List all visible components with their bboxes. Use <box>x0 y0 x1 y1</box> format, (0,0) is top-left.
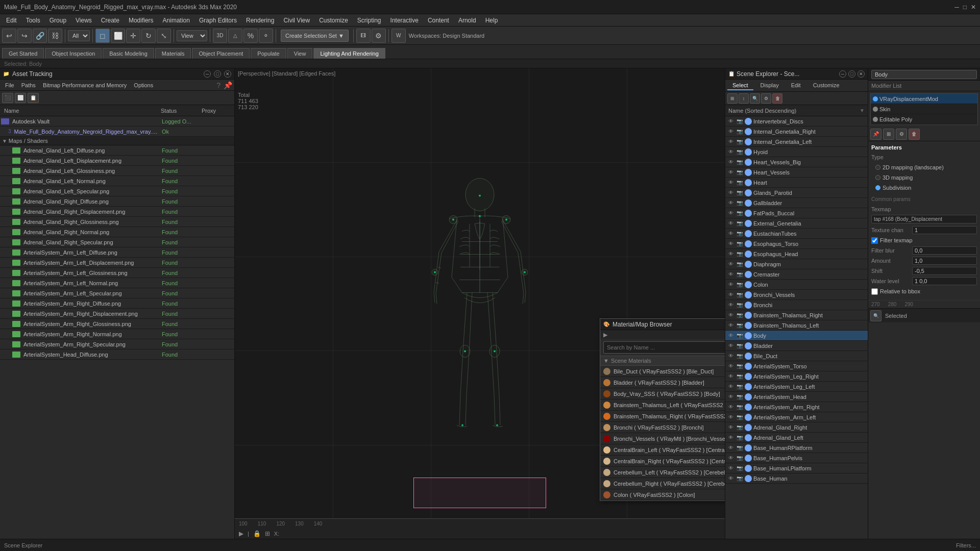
menu-graph-editors[interactable]: Graph Editors <box>195 16 241 25</box>
asset-menu-options[interactable]: Options <box>131 81 156 89</box>
se-maximize-btn[interactable]: □ <box>848 70 855 78</box>
cam-icon[interactable]: 📷 <box>736 220 743 226</box>
se-close-btn[interactable]: ✕ <box>857 70 865 78</box>
list-item[interactable]: Brainstem_Thalamus_Left ( VRayFastSSS2 )… <box>600 399 725 411</box>
list-item[interactable]: Cerebellum_Left ( VRayFastSSS2 ) [Cerebe… <box>600 467 725 478</box>
eye-icon[interactable]: 👁 <box>727 190 734 195</box>
show-all-btn[interactable]: ⊞ <box>883 129 894 140</box>
se-delete-btn[interactable]: 🗑 <box>772 93 782 104</box>
list-item[interactable]: ArterialSystem_Arm_Left_Displacement.png… <box>0 258 234 268</box>
cam-icon[interactable]: 📷 <box>736 129 743 134</box>
cam-icon[interactable]: 📷 <box>736 343 743 348</box>
asset-tb-btn1[interactable]: ⬛ <box>2 93 13 103</box>
list-item[interactable]: Brainstem_Thalamus_Right ( VRayFastSSS2 … <box>600 411 725 422</box>
se-tab-display[interactable]: Display <box>755 81 784 90</box>
list-item[interactable]: Adrenal_Gland_Left_Specular.png Found <box>0 186 234 196</box>
menu-rendering[interactable]: Rendering <box>242 16 278 25</box>
relative-bbox-checkbox[interactable] <box>871 288 878 295</box>
list-item[interactable]: 👁 📷 Diaphragm <box>725 259 868 269</box>
cam-icon[interactable]: 📷 <box>736 190 743 195</box>
mat-search-input[interactable] <box>603 341 725 354</box>
menu-views[interactable]: Views <box>71 16 96 25</box>
cam-icon[interactable]: 📷 <box>736 149 743 155</box>
unlink-btn[interactable]: ⛓ <box>48 29 62 43</box>
asset-close-btn[interactable]: ✕ <box>224 70 231 78</box>
filter-texmap-checkbox[interactable] <box>871 237 878 244</box>
cam-icon[interactable]: 📷 <box>736 200 743 206</box>
se-settings-btn[interactable]: ⚙ <box>761 93 771 104</box>
eye-icon[interactable]: 👁 <box>727 414 734 420</box>
delete-modifier-btn[interactable]: 🗑 <box>909 129 920 140</box>
maximize-btn[interactable]: □ <box>963 4 967 11</box>
eye-icon[interactable]: 👁 <box>727 302 734 308</box>
percent-snap-btn[interactable]: % <box>243 29 258 43</box>
list-item[interactable]: ArterialSystem_Arm_Right_Specular.png Fo… <box>0 339 234 349</box>
cam-icon[interactable]: 📷 <box>736 475 743 481</box>
tab-lighting-rendering[interactable]: Lighting And Rendering <box>313 48 385 59</box>
asset-maximize-btn[interactable]: □ <box>214 70 221 78</box>
se-minimize-btn[interactable]: ─ <box>839 70 846 78</box>
list-item[interactable]: ArterialSystem_Arm_Left_Diffuse.png Foun… <box>0 247 234 258</box>
list-item[interactable]: 👁 📷 Internal_Genetalia_Right <box>725 127 868 137</box>
render-btn[interactable]: ⚙ <box>372 29 386 43</box>
tab-object-inspection[interactable]: Object Inspection <box>45 48 102 59</box>
menu-create[interactable]: Create <box>97 16 124 25</box>
eye-icon[interactable]: 👁 <box>727 455 734 461</box>
menu-customize[interactable]: Customize <box>315 16 352 25</box>
list-item[interactable]: 👁 📷 Heart_Vessels <box>725 167 868 178</box>
list-item[interactable]: 👁 📷 Adrenal_Gland_Right <box>725 422 868 433</box>
list-item[interactable]: ArterialSystem_Arm_Left_Specular.png Fou… <box>0 288 234 298</box>
eye-icon[interactable]: 👁 <box>727 139 734 144</box>
eye-icon[interactable]: 👁 <box>727 169 734 175</box>
cam-icon[interactable]: 📷 <box>736 261 743 267</box>
redo-btn[interactable]: ↪ <box>17 29 32 43</box>
render-setup-btn[interactable]: 🎞 <box>356 29 371 43</box>
list-item[interactable]: Bladder ( VRayFastSSS2 ) [Bladder] <box>600 377 725 388</box>
list-item[interactable]: 👁 📷 External_Genetalia <box>725 218 868 229</box>
list-item[interactable]: 👁 📷 FatPads_Buccal <box>725 208 868 218</box>
asset-help-btn[interactable]: ? <box>216 81 220 89</box>
cam-icon[interactable]: 📷 <box>736 231 743 236</box>
cam-icon[interactable]: 📷 <box>736 363 743 369</box>
eye-icon[interactable]: 👁 <box>727 465 734 471</box>
eye-icon[interactable]: 👁 <box>727 241 734 246</box>
menu-scripting[interactable]: Scripting <box>353 16 385 25</box>
workspaces-btn[interactable]: W <box>391 29 406 43</box>
list-item[interactable]: 👁 📷 Intervertebral_Discs <box>725 116 868 127</box>
props-search-btn[interactable]: 🔍 <box>870 310 881 321</box>
cam-icon[interactable]: 📷 <box>736 424 743 430</box>
eye-icon[interactable]: 👁 <box>727 424 734 430</box>
menu-civil-view[interactable]: Civil View <box>279 16 314 25</box>
list-item[interactable]: 👁 📷 Internal_Genetalia_Left <box>725 137 868 147</box>
list-item[interactable]: 👁 📷 Brainstem_Thalamus_Left <box>725 320 868 331</box>
list-item[interactable]: 3 Male_Full_Body_Anatomy_Negroid_Rigged_… <box>0 127 234 137</box>
mat-titlebar[interactable]: 🎨 Material/Map Browser ─ ✕ <box>600 319 725 330</box>
radio-2d[interactable] <box>875 165 880 170</box>
eye-icon[interactable]: 👁 <box>727 220 734 226</box>
undo-btn[interactable]: ↩ <box>2 29 16 43</box>
eye-icon[interactable]: 👁 <box>727 475 734 481</box>
eye-icon[interactable]: 👁 <box>727 384 734 389</box>
list-item[interactable]: 👁 📷 ArterialSystem_Leg_Right <box>725 371 868 382</box>
list-item[interactable]: Bile_Duct ( VRayFastSSS2 ) [Bile_Duct] <box>600 366 725 377</box>
asset-menu-file[interactable]: File <box>2 81 17 89</box>
radio-subdivision[interactable] <box>875 185 880 190</box>
viewport-dropdown[interactable]: View <box>177 30 207 41</box>
list-item[interactable]: 👁 📷 Base_HumanPelvis <box>725 453 868 463</box>
eye-icon[interactable]: 👁 <box>727 394 734 399</box>
modifier-skin[interactable]: Skin <box>871 104 977 114</box>
scale-btn[interactable]: ⤡ <box>157 29 171 43</box>
list-item[interactable]: 👁 📷 Bronchi <box>725 300 868 310</box>
eye-icon[interactable]: 👁 <box>727 129 734 134</box>
eye-icon[interactable]: 👁 <box>727 322 734 328</box>
list-item[interactable]: 👁 📷 Bronchi_Vessels <box>725 290 868 300</box>
tab-basic-modeling[interactable]: Basic Modeling <box>103 48 154 59</box>
eye-icon[interactable]: 👁 <box>727 353 734 359</box>
eye-icon[interactable]: 👁 <box>727 343 734 348</box>
list-item[interactable]: 👁 📷 EustachianTubes <box>725 229 868 239</box>
list-item[interactable]: ArterialSystem_Arm_Right_Displacement.pn… <box>0 309 234 319</box>
eye-icon[interactable]: 👁 <box>727 159 734 165</box>
cam-icon[interactable]: 📷 <box>736 139 743 144</box>
object-name-input[interactable] <box>871 70 977 79</box>
list-item[interactable]: Autodesk Vault Logged O... <box>0 116 234 127</box>
